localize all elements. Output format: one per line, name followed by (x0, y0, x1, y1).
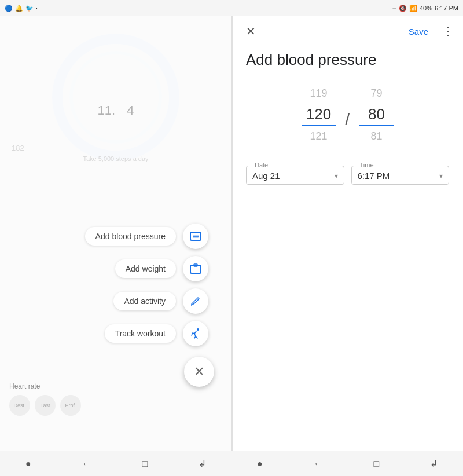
fab-menu: Add blood pressure Add weight (0, 224, 232, 346)
fab-item-blood-pressure[interactable]: Add blood pressure (23, 224, 208, 249)
bp-picker: 119 120 121 / 79 80 81 (232, 83, 463, 161)
fab-item-workout[interactable]: Track workout (23, 321, 208, 346)
bottom-nav-left: ● ← □ ↲ (0, 451, 232, 476)
nav-back-left[interactable]: ← (78, 456, 96, 471)
workout-running-icon (190, 328, 201, 339)
fab-label-activity: Add activity (113, 292, 176, 310)
stat-col-1: 11. (98, 103, 116, 118)
status-dot: · (36, 5, 38, 12)
fab-item-weight[interactable]: Add weight (23, 256, 208, 281)
modal-more-button[interactable]: ⋮ (442, 24, 454, 38)
date-time-row: Date Aug 21 ▾ Time 6:17 PM ▾ (232, 161, 463, 189)
modal-close-button[interactable]: ✕ (241, 22, 260, 41)
panel-divider (231, 16, 233, 451)
nav-recents-left[interactable]: ↲ (194, 456, 211, 471)
modal-title: Add blood pressure (232, 46, 463, 83)
status-bar: 🔵 🔔 🐦 · ⎓ 🔇 📶 40% 6:17 PM (0, 0, 463, 16)
fab-label-workout: Track workout (105, 324, 176, 343)
battery-level: 40% (420, 5, 432, 12)
bluetooth-icon: ⎓ (392, 5, 396, 12)
left-panel: 11. 4 182 Take 5,000 steps a day Add blo… (0, 16, 232, 451)
nav-dot-left[interactable]: ● (21, 456, 36, 471)
activity-pencil-icon (190, 296, 201, 306)
systolic-above: 119 (310, 83, 328, 104)
nav-home-left[interactable]: □ (137, 456, 152, 471)
status-time: 6:17 PM (435, 5, 458, 12)
time-value: 6:17 PM (358, 171, 390, 181)
recents-icon-right: ↲ (430, 459, 438, 468)
home-icon-left: □ (142, 459, 148, 468)
back-icon-left: ← (82, 459, 91, 468)
time-arrow-icon: ▾ (439, 172, 443, 180)
weight-icon (190, 263, 201, 274)
modal-header: ✕ Save ⋮ (232, 16, 463, 46)
date-select[interactable]: Aug 21 ▾ (252, 170, 338, 181)
stat-value-2: 4 (127, 103, 134, 118)
systolic-column: 119 120 121 (302, 83, 336, 147)
status-right: ⎓ 🔇 📶 40% 6:17 PM (392, 5, 458, 12)
steps-value: 182 (12, 144, 24, 152)
fab-label-blood-pressure: Add blood pressure (85, 227, 176, 246)
heart-rate-title: Heart rate (9, 382, 222, 390)
hr-dot-resting: Rest. (9, 395, 30, 416)
status-left: 🔵 🔔 🐦 · (5, 5, 38, 12)
date-value: Aug 21 (252, 171, 280, 181)
diastolic-column: 79 80 81 (359, 83, 394, 147)
heart-rate-dots: Rest. Last Prof. (9, 395, 222, 416)
diastolic-above: 79 (370, 83, 382, 104)
app-icon-notification: 🔔 (15, 5, 23, 12)
nav-home-right[interactable]: □ (369, 456, 384, 471)
back-icon-right: ← (314, 459, 323, 468)
time-select[interactable]: 6:17 PM ▾ (358, 170, 443, 181)
recents-icon-left: ↲ (199, 459, 206, 468)
fab-btn-workout[interactable] (183, 321, 208, 346)
time-label: Time (358, 162, 376, 169)
fab-label-weight: Add weight (115, 259, 176, 278)
fab-btn-blood-pressure[interactable] (183, 224, 208, 249)
dot-icon-left: ● (25, 459, 31, 468)
fab-item-activity[interactable]: Add activity (23, 288, 208, 314)
time-picker[interactable]: Time 6:17 PM ▾ (351, 166, 450, 185)
hr-dot-lasttime: Last (35, 395, 56, 416)
nav-back-right[interactable]: ← (309, 456, 328, 471)
blood-pressure-icon (190, 232, 201, 241)
bg-circle-inner (69, 51, 162, 144)
bottom-nav-right: ● ← □ ↲ (232, 451, 463, 476)
fab-btn-weight[interactable] (183, 256, 208, 281)
diastolic-below: 81 (370, 126, 382, 147)
stat-col-2: 4 (127, 103, 134, 118)
heart-rate-section: Heart rate Rest. Last Prof. (0, 382, 232, 416)
svg-point-5 (197, 328, 199, 331)
hr-dot-profile: Prof. (60, 395, 81, 416)
mute-icon: 🔇 (399, 5, 407, 12)
diastolic-selected[interactable]: 80 (359, 104, 394, 126)
dot-icon-right: ● (257, 459, 263, 468)
right-panel: ✕ Save ⋮ Add blood pressure 119 120 121 … (232, 16, 463, 451)
nav-recents-right[interactable]: ↲ (425, 456, 442, 471)
wifi-icon: 📶 (409, 5, 417, 12)
close-x-icon: ✕ (194, 364, 204, 379)
systolic-below: 121 (310, 126, 328, 147)
stat-value-1: 11. (98, 103, 116, 118)
close-icon: ✕ (246, 25, 256, 38)
more-icon: ⋮ (442, 25, 454, 38)
modal-save-button[interactable]: Save (404, 24, 433, 39)
modal-actions: Save ⋮ (404, 24, 454, 39)
nav-dot-right[interactable]: ● (252, 456, 267, 471)
home-icon-right: □ (373, 459, 379, 468)
steps-goal: Take 5,000 steps a day (0, 155, 232, 162)
date-arrow-icon: ▾ (335, 172, 338, 180)
main-content: 11. 4 182 Take 5,000 steps a day Add blo… (0, 16, 463, 451)
date-label: Date (252, 162, 270, 169)
systolic-selected[interactable]: 120 (302, 104, 336, 126)
bottom-nav: ● ← □ ↲ ● ← □ ↲ (0, 451, 463, 476)
app-icon-twitter: 🐦 (25, 5, 34, 12)
date-picker[interactable]: Date Aug 21 ▾ (246, 166, 344, 185)
app-icon-bluetooth: 🔵 (5, 5, 13, 12)
bp-separator: / (346, 102, 350, 129)
stats-area: 11. 4 (0, 103, 232, 118)
fab-btn-activity[interactable] (183, 288, 208, 314)
